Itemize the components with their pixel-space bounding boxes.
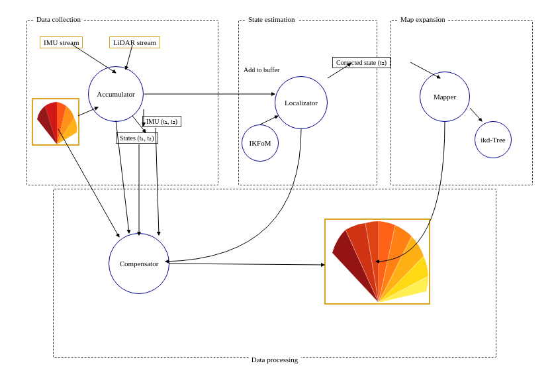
ikfom-node: IKFoM xyxy=(242,124,279,162)
diagram: Data collection State estimation Map exp… xyxy=(0,0,554,392)
data-collection-label: Data collection xyxy=(34,15,83,23)
lidar-small-visual: LiDAR (t₁, t₂) xyxy=(32,98,79,146)
localizator-node: Localizator xyxy=(275,76,328,129)
state-estimation-label: State estimation xyxy=(246,15,298,23)
imu-t1t2-node: IMU (t₁, t₂) xyxy=(142,116,181,127)
lidar-large-visual: Compensated points (t₁, t₂) xyxy=(324,219,430,305)
ikd-tree-node: ikd-Tree xyxy=(475,121,512,158)
corrected-state-node: Corrected state (t₂) xyxy=(332,57,391,68)
data-processing-label: Data processing xyxy=(249,356,301,364)
add-to-buffer-label: Add to buffer xyxy=(244,66,279,74)
accumulator-node: Accumulator xyxy=(88,66,144,122)
lidar-stream-node: LiDAR stream xyxy=(109,36,160,48)
states-t1t2-node: States (t₁, t₂) xyxy=(116,132,158,144)
imu-stream-node: IMU stream xyxy=(40,36,83,48)
map-expansion-label: Map expansion xyxy=(398,15,448,23)
compensator-node: Compensator xyxy=(109,233,169,294)
mapper-node: Mapper xyxy=(420,72,470,122)
